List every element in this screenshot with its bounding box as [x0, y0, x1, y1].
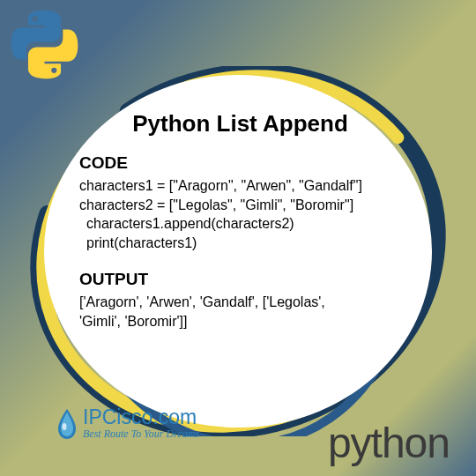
brand-text: IPCisco.com Best Route To Your Dreams — [83, 407, 199, 441]
brand-name: IPCisco.com — [83, 407, 199, 428]
code-line: print(characters1) — [79, 234, 401, 253]
code-header: CODE — [79, 153, 401, 173]
page-title: Python List Append — [79, 110, 401, 138]
output-section: OUTPUT ['Aragorn', 'Arwen', 'Gandalf', [… — [79, 270, 401, 331]
output-line: 'Gimli', 'Boromir']] — [79, 312, 401, 331]
code-line: characters1.append(characters2) — [79, 214, 401, 234]
svg-point-3 — [63, 423, 67, 430]
output-line: ['Aragorn', 'Arwen', 'Gandalf', ['Legola… — [79, 293, 401, 312]
code-section: CODE characters1 = ["Aragorn", "Arwen", … — [79, 153, 401, 252]
code-line: characters2 = ["Legolas", "Gimli", "Boro… — [79, 196, 401, 215]
ipcisco-brand: IPCisco.com Best Route To Your Dreams — [55, 407, 199, 441]
python-logo-icon — [7, 7, 82, 82]
brand-tagline: Best Route To Your Dreams — [83, 428, 199, 441]
python-wordmark: python — [328, 419, 450, 467]
code-line: characters1 = ["Aragorn", "Arwen", "Gand… — [79, 176, 401, 196]
output-header: OUTPUT — [79, 270, 401, 289]
content-panel: Python List Append CODE characters1 = ["… — [44, 75, 432, 428]
water-drop-icon — [55, 407, 79, 441]
